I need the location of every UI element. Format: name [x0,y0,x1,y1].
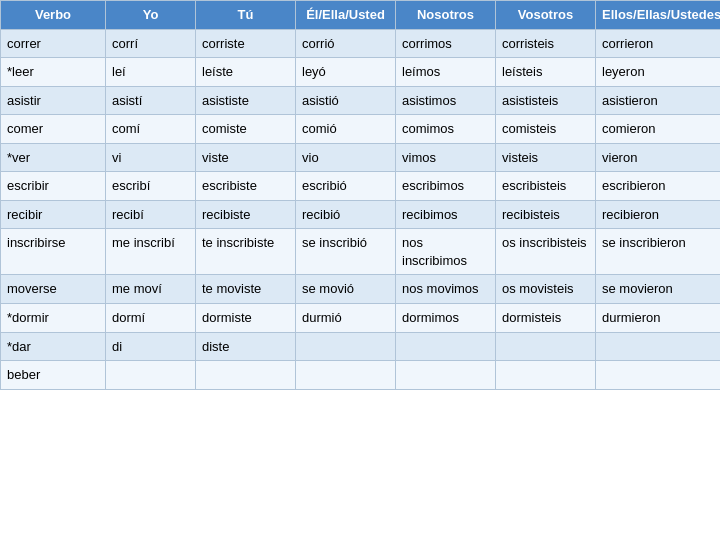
table-cell-6-1: recibí [106,200,196,229]
table-cell-9-2: dormiste [196,304,296,333]
table-cell-10-1: di [106,332,196,361]
table-cell-2-1: asistí [106,86,196,115]
table-row: escribirescribíescribisteescribióescribi… [1,172,721,201]
table-cell-2-2: asististe [196,86,296,115]
table-cell-10-6 [596,332,721,361]
table-cell-7-6: se inscribieron [596,229,721,275]
table-cell-9-6: durmieron [596,304,721,333]
table-cell-7-5: os inscribisteis [496,229,596,275]
table-cell-8-6: se movieron [596,275,721,304]
table-cell-2-6: asistieron [596,86,721,115]
table-cell-4-0: *ver [1,143,106,172]
table-cell-5-2: escribiste [196,172,296,201]
table-cell-3-1: comí [106,115,196,144]
table-cell-0-6: corrieron [596,29,721,58]
table-cell-11-2 [196,361,296,390]
table-cell-0-0: correr [1,29,106,58]
table-cell-11-3 [296,361,396,390]
table-cell-3-0: comer [1,115,106,144]
table-cell-6-0: recibir [1,200,106,229]
table-cell-4-5: visteis [496,143,596,172]
table-cell-8-5: os movisteis [496,275,596,304]
table-cell-9-4: dormimos [396,304,496,333]
table-cell-10-3 [296,332,396,361]
column-header-0: Verbo [1,1,106,30]
table-row: inscribirseme inscribíte inscribistese i… [1,229,721,275]
table-cell-5-4: escribimos [396,172,496,201]
table-row: asistirasistíasististeasistióasistimosas… [1,86,721,115]
table-cell-0-4: corrimos [396,29,496,58]
table-cell-10-0: *dar [1,332,106,361]
table-cell-1-0: *leer [1,58,106,87]
table-cell-4-3: vio [296,143,396,172]
table-row: comercomícomistecomiócomimoscomisteiscom… [1,115,721,144]
table-row: *leerleíleísteleyóleímosleísteisleyeron [1,58,721,87]
table-cell-1-1: leí [106,58,196,87]
table-cell-1-2: leíste [196,58,296,87]
table-cell-3-3: comió [296,115,396,144]
table-cell-3-4: comimos [396,115,496,144]
table-cell-11-4 [396,361,496,390]
table-cell-2-4: asistimos [396,86,496,115]
table-cell-0-3: corrió [296,29,396,58]
table-row: *dormirdormídormistedurmiódormimosdormis… [1,304,721,333]
table-cell-4-6: vieron [596,143,721,172]
table-cell-8-0: moverse [1,275,106,304]
column-header-1: Yo [106,1,196,30]
table-cell-0-1: corrí [106,29,196,58]
table-cell-1-6: leyeron [596,58,721,87]
table-cell-2-3: asistió [296,86,396,115]
table-cell-5-0: escribir [1,172,106,201]
table-cell-4-2: viste [196,143,296,172]
column-header-5: Vosotros [496,1,596,30]
table-row: *dardidiste [1,332,721,361]
table-cell-11-6 [596,361,721,390]
table-cell-2-0: asistir [1,86,106,115]
column-header-4: Nosotros [396,1,496,30]
table-row: moverseme movíte movistese moviónos movi… [1,275,721,304]
table-cell-3-2: comiste [196,115,296,144]
table-cell-7-1: me inscribí [106,229,196,275]
table-cell-7-2: te inscribiste [196,229,296,275]
table-cell-2-5: asististeis [496,86,596,115]
table-cell-10-5 [496,332,596,361]
table-cell-8-2: te moviste [196,275,296,304]
table-cell-1-4: leímos [396,58,496,87]
table-cell-6-4: recibimos [396,200,496,229]
table-row: *vervivisteviovimosvisteisvieron [1,143,721,172]
column-header-6: Ellos/Ellas/Ustedes [596,1,721,30]
table-row: recibirrecibírecibisterecibiórecibimosre… [1,200,721,229]
table-cell-8-4: nos movimos [396,275,496,304]
table-cell-0-2: corriste [196,29,296,58]
table-cell-0-5: corristeis [496,29,596,58]
table-cell-7-4: nos inscribimos [396,229,496,275]
table-cell-5-1: escribí [106,172,196,201]
table-cell-9-1: dormí [106,304,196,333]
table-cell-5-5: escribisteis [496,172,596,201]
table-cell-3-5: comisteis [496,115,596,144]
table-row: corrercorrícorristecorriócorrimoscorrist… [1,29,721,58]
table-cell-4-4: vimos [396,143,496,172]
table-cell-7-0: inscribirse [1,229,106,275]
table-cell-1-5: leísteis [496,58,596,87]
conjugation-table: VerboYoTúÉl/Ella/UstedNosotrosVosotrosEl… [0,0,720,390]
column-header-2: Tú [196,1,296,30]
table-row: beber [1,361,721,390]
table-cell-9-5: dormisteis [496,304,596,333]
table-cell-9-3: durmió [296,304,396,333]
table-cell-7-3: se inscribió [296,229,396,275]
table-cell-11-0: beber [1,361,106,390]
table-cell-6-6: recibieron [596,200,721,229]
table-cell-8-1: me moví [106,275,196,304]
table-cell-6-3: recibió [296,200,396,229]
table-cell-1-3: leyó [296,58,396,87]
table-cell-10-4 [396,332,496,361]
table-cell-11-5 [496,361,596,390]
table-cell-9-0: *dormir [1,304,106,333]
table-cell-5-3: escribió [296,172,396,201]
table-cell-5-6: escribieron [596,172,721,201]
table-cell-10-2: diste [196,332,296,361]
table-cell-6-5: recibisteis [496,200,596,229]
table-cell-4-1: vi [106,143,196,172]
table-cell-11-1 [106,361,196,390]
